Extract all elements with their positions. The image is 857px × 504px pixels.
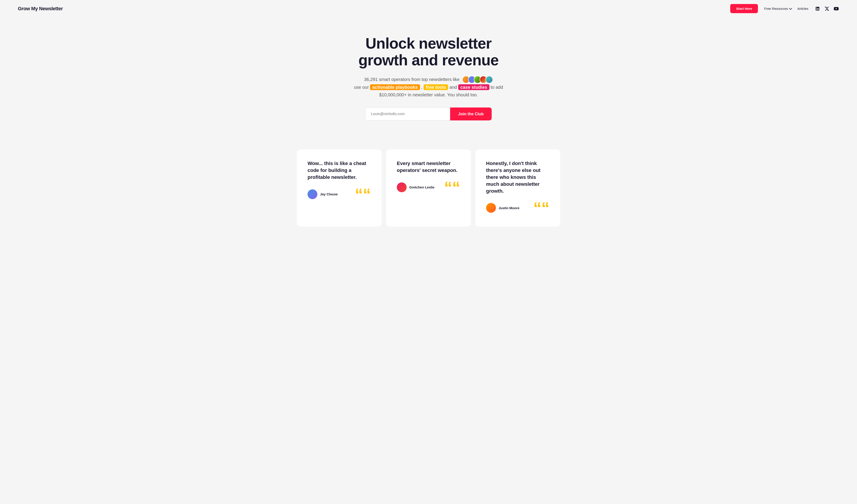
testimonial-author-1: Jay Clouse (307, 189, 338, 199)
quote-mark-3: ““ (533, 200, 550, 216)
chevron-down-icon (789, 6, 792, 10)
email-input[interactable] (365, 107, 450, 120)
linkedin-icon[interactable] (814, 6, 820, 12)
badge-case-studies: case studies (458, 84, 489, 90)
author-avatar-3 (486, 203, 496, 213)
testimonial-card-2: Every smart newsletter operators' secret… (386, 150, 471, 227)
logo-text: Grow My Newsletter (18, 6, 63, 11)
quote-mark-2: ““ (444, 179, 460, 195)
social-icons (814, 6, 839, 12)
testimonials-grid: Wow... this is like a cheat code for bui… (295, 147, 562, 229)
join-club-button[interactable]: Join the Club (450, 107, 492, 120)
start-here-button[interactable]: Start Here (730, 4, 758, 13)
author-name-2: Gretchen Leslie (409, 185, 435, 189)
nav-logo[interactable]: Grow My Newsletter (18, 6, 63, 12)
testimonial-author-3: Justin Moore (486, 203, 519, 213)
hero-subtitle: 36,291 smart operators from top newslett… (337, 75, 520, 99)
hero-section: Unlock newsletter growth and revenue 36,… (328, 17, 529, 134)
avatar-5 (485, 76, 493, 83)
testimonial-quote-1: Wow... this is like a cheat code for bui… (307, 160, 371, 181)
testimonial-quote-2: Every smart newsletter operators' secret… (397, 160, 460, 174)
testimonial-footer-2: Gretchen Leslie ““ (397, 179, 460, 195)
testimonial-card-1: Wow... this is like a cheat code for bui… (297, 150, 382, 227)
testimonial-footer-1: Jay Clouse ““ (307, 186, 371, 202)
testimonials-section: Wow... this is like a cheat code for bui… (0, 134, 857, 238)
badge-free-tools: free tools (424, 84, 448, 90)
youtube-icon[interactable] (833, 6, 839, 12)
author-name-3: Justin Moore (499, 206, 519, 210)
testimonial-card-3: Honestly, I don't think there's anyone e… (475, 150, 560, 227)
social-proof-avatars (462, 76, 493, 83)
author-name-1: Jay Clouse (320, 192, 338, 196)
author-avatar-2 (397, 183, 407, 192)
nav-right: Start Here Free Resources Articles (730, 4, 839, 13)
quote-mark-1: ““ (355, 186, 371, 202)
testimonial-author-2: Gretchen Leslie (397, 183, 435, 192)
articles-link[interactable]: Articles (797, 7, 808, 11)
author-avatar-1 (307, 189, 317, 199)
testimonial-quote-3: Honestly, I don't think there's anyone e… (486, 160, 550, 194)
free-resources-link[interactable]: Free Resources (764, 7, 791, 11)
navbar: Grow My Newsletter Start Here Free Resou… (0, 0, 857, 17)
hero-title: Unlock newsletter growth and revenue (337, 35, 520, 68)
testimonial-footer-3: Justin Moore ““ (486, 200, 550, 216)
email-signup-form: Join the Club (337, 107, 520, 120)
twitter-x-icon[interactable] (824, 6, 830, 12)
badge-actionable-playbooks: actionable playbooks (370, 84, 420, 90)
